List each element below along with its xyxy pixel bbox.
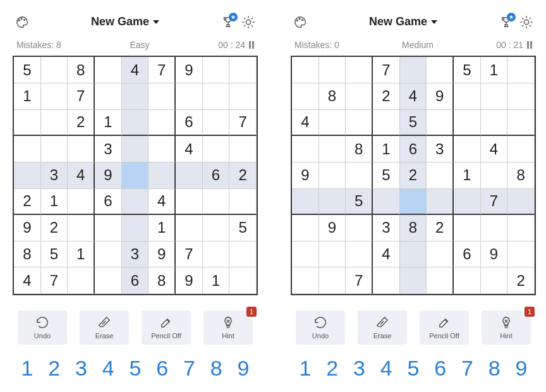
- numkey-4[interactable]: 4: [374, 356, 398, 381]
- cell-5-2[interactable]: 5: [346, 189, 373, 216]
- cell-5-2[interactable]: [68, 189, 95, 216]
- numkey-7[interactable]: 7: [456, 356, 480, 381]
- cell-1-6[interactable]: [176, 83, 203, 110]
- cell-6-0[interactable]: 9: [14, 215, 41, 242]
- cell-6-1[interactable]: 2: [41, 215, 68, 242]
- cell-8-8[interactable]: 2: [507, 267, 535, 294]
- cell-1-5[interactable]: 9: [427, 83, 454, 110]
- cell-4-8[interactable]: 8: [507, 162, 535, 189]
- cell-3-6[interactable]: [454, 136, 481, 162]
- cell-6-4[interactable]: 8: [400, 215, 427, 242]
- cell-1-7[interactable]: [203, 83, 230, 110]
- cell-8-5[interactable]: 8: [149, 267, 176, 294]
- pause-icon[interactable]: [249, 41, 254, 49]
- cell-6-1[interactable]: 9: [319, 215, 346, 242]
- cell-2-8[interactable]: [507, 110, 535, 137]
- cell-5-1[interactable]: 1: [41, 189, 68, 216]
- cell-5-5[interactable]: 4: [149, 189, 176, 216]
- cell-8-8[interactable]: [229, 267, 257, 294]
- cell-5-7[interactable]: [203, 189, 230, 216]
- cell-3-3[interactable]: 3: [95, 136, 122, 162]
- numkey-1[interactable]: 1: [293, 356, 317, 381]
- cell-3-7[interactable]: [203, 136, 230, 162]
- undo-button[interactable]: Undo: [18, 310, 67, 345]
- cell-2-7[interactable]: [481, 110, 508, 137]
- cell-3-8[interactable]: [229, 136, 257, 162]
- cell-4-7[interactable]: 6: [203, 162, 230, 189]
- cell-0-1[interactable]: [41, 57, 68, 83]
- cell-2-2[interactable]: 2: [68, 110, 95, 137]
- cell-5-5[interactable]: [427, 189, 454, 216]
- cell-4-2[interactable]: 4: [68, 162, 95, 189]
- cell-6-3[interactable]: 3: [373, 215, 400, 242]
- cell-4-3[interactable]: 9: [95, 162, 122, 189]
- cell-7-5[interactable]: 9: [149, 242, 176, 268]
- cell-1-0[interactable]: [292, 83, 319, 110]
- cell-4-5[interactable]: [149, 162, 176, 189]
- cell-1-6[interactable]: [454, 83, 481, 110]
- undo-button[interactable]: Undo: [296, 310, 345, 345]
- cell-3-3[interactable]: 1: [373, 136, 400, 162]
- cell-3-7[interactable]: 4: [481, 136, 508, 162]
- cell-3-4[interactable]: 6: [400, 136, 427, 162]
- cell-4-2[interactable]: [346, 162, 373, 189]
- numkey-6[interactable]: 6: [150, 356, 174, 381]
- cell-0-7[interactable]: [203, 57, 230, 83]
- pause-icon[interactable]: [527, 41, 532, 49]
- cell-4-1[interactable]: 3: [41, 162, 68, 189]
- cell-5-7[interactable]: 7: [481, 189, 508, 216]
- cell-8-0[interactable]: [292, 267, 319, 294]
- cell-7-3[interactable]: 4: [373, 242, 400, 268]
- cell-4-4[interactable]: [122, 162, 149, 189]
- numkey-9[interactable]: 9: [231, 356, 255, 381]
- cell-1-7[interactable]: [481, 83, 508, 110]
- cell-0-7[interactable]: 1: [481, 57, 508, 83]
- cell-7-6[interactable]: 7: [176, 242, 203, 268]
- cell-8-5[interactable]: [427, 267, 454, 294]
- cell-0-2[interactable]: 8: [68, 57, 95, 83]
- cell-5-4[interactable]: [122, 189, 149, 216]
- cell-8-1[interactable]: [319, 267, 346, 294]
- numkey-7[interactable]: 7: [178, 356, 202, 381]
- cell-6-7[interactable]: [481, 215, 508, 242]
- cell-2-2[interactable]: [346, 110, 373, 137]
- cell-6-3[interactable]: [95, 215, 122, 242]
- numkey-3[interactable]: 3: [348, 356, 372, 381]
- cell-1-4[interactable]: 4: [400, 83, 427, 110]
- trophy-icon[interactable]: ★: [221, 15, 235, 29]
- cell-2-0[interactable]: [14, 110, 41, 137]
- numkey-2[interactable]: 2: [42, 356, 66, 381]
- pencil-button[interactable]: Pencil Off: [420, 310, 469, 345]
- cell-2-5[interactable]: [149, 110, 176, 137]
- cell-4-0[interactable]: 9: [292, 162, 319, 189]
- cell-4-6[interactable]: 1: [454, 162, 481, 189]
- cell-8-0[interactable]: 4: [14, 267, 41, 294]
- numkey-6[interactable]: 6: [428, 356, 452, 381]
- cell-7-4[interactable]: 3: [122, 242, 149, 268]
- cell-0-1[interactable]: [319, 57, 346, 83]
- cell-1-2[interactable]: 7: [68, 83, 95, 110]
- cell-2-3[interactable]: 1: [95, 110, 122, 137]
- cell-6-0[interactable]: [292, 215, 319, 242]
- cell-7-6[interactable]: 6: [454, 242, 481, 268]
- palette-icon[interactable]: [293, 15, 307, 29]
- cell-4-8[interactable]: 2: [229, 162, 257, 189]
- cell-0-5[interactable]: 7: [149, 57, 176, 83]
- hint-button[interactable]: Hint1: [482, 310, 531, 345]
- numkey-2[interactable]: 2: [320, 356, 344, 381]
- cell-1-5[interactable]: [149, 83, 176, 110]
- cell-4-5[interactable]: [427, 162, 454, 189]
- cell-6-5[interactable]: 2: [427, 215, 454, 242]
- cell-6-2[interactable]: [346, 215, 373, 242]
- cell-5-8[interactable]: [229, 189, 257, 216]
- cell-6-6[interactable]: [454, 215, 481, 242]
- cell-3-5[interactable]: [149, 136, 176, 162]
- cell-6-8[interactable]: 5: [229, 215, 257, 242]
- cell-3-0[interactable]: [292, 136, 319, 162]
- cell-6-2[interactable]: [68, 215, 95, 242]
- cell-0-3[interactable]: 7: [373, 57, 400, 83]
- cell-7-8[interactable]: [229, 242, 257, 268]
- cell-8-6[interactable]: [454, 267, 481, 294]
- cell-2-5[interactable]: [427, 110, 454, 137]
- cell-3-4[interactable]: [122, 136, 149, 162]
